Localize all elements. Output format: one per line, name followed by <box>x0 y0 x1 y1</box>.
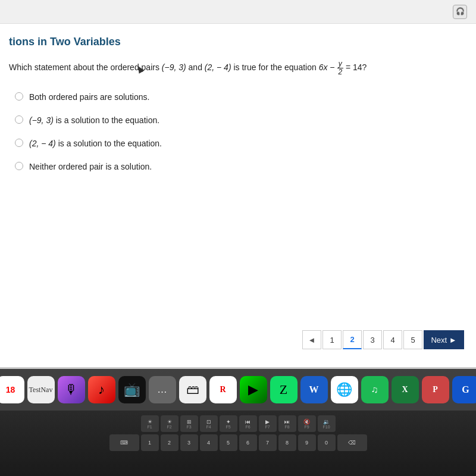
option-d-text: Neither ordered pair is a solution. <box>29 161 152 173</box>
dock-more[interactable]: … <box>149 376 176 403</box>
question-text: Which statement about the ordered pairs … <box>9 60 461 76</box>
key-f1[interactable]: ☀ F1 <box>141 415 159 432</box>
dock-excel[interactable]: X <box>392 376 419 403</box>
page-5-button[interactable]: 5 <box>403 330 422 349</box>
key-4[interactable]: 4 <box>200 434 218 451</box>
page-1-button[interactable]: 1 <box>322 330 342 349</box>
key-f6[interactable]: ⏮ F6 <box>239 415 257 432</box>
dock-grammarly[interactable]: G <box>452 376 477 403</box>
key-f10[interactable]: 🔉 F10 <box>318 415 336 432</box>
key-f2[interactable]: ☀ F2 <box>161 415 178 432</box>
key-f4[interactable]: ⊡ F4 <box>200 415 218 432</box>
dock: 📷 🗂 A 18 TestNav 🎙 ♪ 📺 … 🗃 R ▶ Z W 🌐 ♫ X… <box>0 369 476 411</box>
dock-word[interactable]: W <box>300 376 328 403</box>
dock-zoom[interactable]: Z <box>270 376 298 403</box>
key-f7[interactable]: ▶ F7 <box>259 415 277 432</box>
dock-roblox[interactable]: R <box>209 376 237 403</box>
key-3[interactable]: 3 <box>180 434 198 451</box>
key-9[interactable]: 9 <box>298 434 316 451</box>
dock-testapp[interactable]: TestNav <box>27 376 55 403</box>
top-bar: 🎧 <box>0 0 476 24</box>
page-4-button[interactable]: 4 <box>383 330 402 349</box>
headphone-icon[interactable]: 🎧 <box>453 5 467 19</box>
page-2-button[interactable]: 2 <box>343 330 362 349</box>
key-f3[interactable]: ⊞ F3 <box>180 415 198 432</box>
content-area: tions in Two Variables Which statement a… <box>0 24 476 367</box>
option-d[interactable]: Neither ordered pair is a solution. <box>15 161 461 173</box>
dock-powerpoint[interactable]: P <box>422 376 449 403</box>
cursor <box>137 65 143 74</box>
dock-spotify[interactable]: ♫ <box>361 376 389 403</box>
page-title: tions in Two Variables <box>9 36 461 48</box>
screen: 🎧 tions in Two Variables Which statement… <box>0 0 476 369</box>
radio-d[interactable] <box>15 162 23 170</box>
key-0[interactable]: 0 <box>318 434 336 451</box>
dock-appletv[interactable]: 📺 <box>118 376 146 403</box>
prev-button[interactable]: ◄ <box>302 330 321 349</box>
options-list: Both ordered pairs are solutions. (−9, 3… <box>15 91 461 173</box>
key-8[interactable]: 8 <box>278 434 296 451</box>
option-c[interactable]: (2, − 4) is a solution to the equation. <box>15 137 461 150</box>
option-c-text: (2, − 4) is a solution to the equation. <box>29 137 162 150</box>
dock-finder2[interactable]: 🗃 <box>179 376 206 403</box>
dock-music[interactable]: ♪ <box>88 376 115 403</box>
key-6[interactable]: 6 <box>239 434 257 451</box>
key-space-left[interactable]: ⌨ <box>109 434 139 451</box>
dock-podcast[interactable]: 🎙 <box>58 376 85 403</box>
key-backspace[interactable]: ⌫ <box>337 434 367 451</box>
option-b[interactable]: (−9, 3) is a solution to the equation. <box>15 114 461 127</box>
key-f5[interactable]: ✦ F5 <box>220 415 237 432</box>
dock-chrome[interactable]: 🌐 <box>331 376 358 403</box>
key-f8[interactable]: ⏭ F8 <box>278 415 296 432</box>
option-a[interactable]: Both ordered pairs are solutions. <box>15 91 461 104</box>
key-7[interactable]: 7 <box>259 434 277 451</box>
fn-key-row: ☀ F1 ☀ F2 ⊞ F3 ⊡ F4 ✦ F5 ⏮ F6 ▶ F7 ⏭ F8 <box>141 415 336 432</box>
keyboard: ☀ F1 ☀ F2 ⊞ F3 ⊡ F4 ✦ F5 ⏮ F6 ▶ F7 ⏭ F8 <box>0 411 476 476</box>
key-f9[interactable]: 🔇 F9 <box>298 415 316 432</box>
radio-a[interactable] <box>15 92 23 101</box>
key-5[interactable]: 5 <box>220 434 237 451</box>
next-button[interactable]: Next ► <box>424 330 464 349</box>
radio-b[interactable] <box>15 115 23 124</box>
dock-calendar[interactable]: 18 <box>0 376 24 403</box>
dock-media[interactable]: ▶ <box>240 376 267 403</box>
option-a-text: Both ordered pairs are solutions. <box>29 91 149 104</box>
option-b-text: (−9, 3) is a solution to the equation. <box>29 114 159 127</box>
num-key-row: ⌨ 1 2 3 4 5 6 7 8 9 0 ⌫ <box>109 434 367 451</box>
pagination: ◄ 1 2 3 4 5 Next ► <box>302 330 464 349</box>
key-2[interactable]: 2 <box>161 434 178 451</box>
radio-c[interactable] <box>15 139 23 147</box>
key-1[interactable]: 1 <box>141 434 159 451</box>
page-3-button[interactable]: 3 <box>363 330 382 349</box>
